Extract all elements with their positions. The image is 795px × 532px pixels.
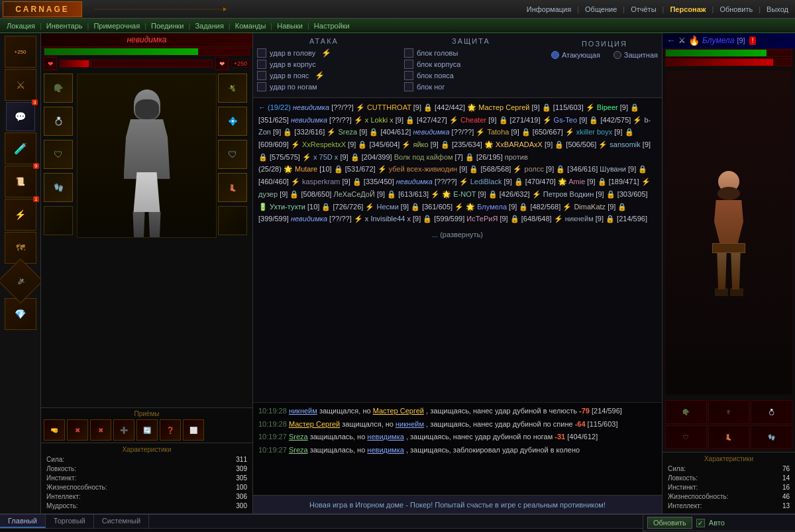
nav-duels[interactable]: Поединки — [147, 21, 188, 30]
sidebar-badge-1: +250 — [5, 36, 36, 68]
defense-head-checkbox[interactable] — [404, 48, 413, 58]
chat-tab-main[interactable]: Главный — [0, 515, 46, 528]
enemy-nav-back[interactable]: ← — [666, 35, 676, 46]
chat-messages: 10:01:47 Внимание! Хранитель Вселенной п… — [0, 529, 643, 532]
equip-slot-offhand[interactable]: 🛡 — [218, 140, 247, 169]
player-equipment-grid: 🪖 💍 🛡 🧤 — [41, 71, 252, 407]
enemy-area: ← ⚔ 🔥 Блумела [9] ! — [662, 33, 795, 513]
sidebar-icon-potion[interactable]: 🧪 — [5, 133, 36, 164]
equip-slot-neck[interactable]: 💍 — [44, 107, 73, 136]
stat-strength: Сила: 311 — [46, 455, 247, 464]
player-hp-bonus: +250 — [231, 60, 250, 68]
nav-logout[interactable]: Выход — [763, 4, 792, 15]
nav-inventory[interactable]: Инвентарь — [42, 21, 87, 30]
enemy-level: [9] — [737, 36, 745, 44]
promo-bar: Новая игра в Игорном доме - Покер! Попыт… — [253, 495, 662, 513]
nav-character[interactable]: Персонаж — [666, 4, 710, 15]
position-options: Атакующая Защитная — [551, 51, 658, 59]
nav-chat[interactable]: Общение — [581, 4, 621, 15]
defense-body-checkbox[interactable] — [404, 60, 413, 69]
nav-dressing[interactable]: Примерочная — [89, 21, 144, 30]
equip-slot-ring[interactable]: 💠 — [218, 107, 247, 136]
position-attack-option[interactable]: Атакующая — [551, 51, 600, 59]
technique-icon-6[interactable]: ❓ — [160, 419, 181, 441]
chat-tab-system[interactable]: Системный — [94, 515, 149, 528]
battle-log[interactable]: ← (19/22) невидимка [??/??] ⚡ CUTTHROAT … — [253, 98, 662, 402]
enemy-equip-2[interactable]: 🗡 — [708, 400, 750, 424]
equip-slot-boots[interactable]: 👢 — [218, 173, 247, 202]
technique-icon-7[interactable]: ⬜ — [183, 419, 204, 441]
app-logo: CARNAGE — [3, 1, 82, 17]
defense-head: блок головы — [404, 48, 538, 58]
defense-legs-checkbox[interactable] — [404, 82, 413, 91]
technique-icon-3[interactable]: ✖ — [90, 419, 111, 441]
sidebar-icon-level[interactable]: +250 — [5, 36, 36, 68]
equip-slot-weapon[interactable]: 🗡 — [218, 74, 247, 103]
nav-info[interactable]: Информация — [523, 4, 575, 15]
nav-settings[interactable]: Настройки — [310, 21, 354, 30]
equip-slot-body[interactable]: 🛡 — [44, 140, 73, 169]
sidebar-icon-msg[interactable]: 💬 — [6, 102, 35, 131]
chat-tab-trade[interactable]: Торговый — [46, 515, 94, 528]
combat-messages: 10:19:28 никнейм защищался, но Мастер Се… — [253, 402, 662, 495]
sidebar-icon-combat[interactable]: ⚔ — [5, 69, 36, 101]
battle-log-expand[interactable]: ... (развернуть) — [258, 229, 657, 241]
player-name: невидимка — [127, 35, 166, 44]
defense-waist-label: блок пояса — [417, 72, 454, 80]
attack-waist-checkbox[interactable] — [257, 71, 266, 80]
chat-main: Главный Торговый Системный 10:01:47 Вним… — [0, 515, 643, 532]
nav-skills[interactable]: Навыки — [273, 21, 307, 30]
nav-quests[interactable]: Задания — [191, 21, 227, 30]
enemy-equip-5[interactable]: 👢 — [708, 425, 750, 449]
nav-location[interactable]: Локация — [3, 21, 39, 30]
player-hp-bar — [60, 60, 213, 68]
position-defend-option[interactable]: Защитная — [613, 51, 658, 59]
techniques-title: Приёмы — [44, 410, 250, 417]
room-update-button[interactable]: Обновить — [647, 517, 692, 529]
chat-container: Главный Торговый Системный 10:01:47 Вним… — [0, 513, 795, 532]
enemy-equip-4[interactable]: 🛡 — [665, 425, 707, 449]
enemy-equip-3[interactable]: 💍 — [751, 400, 792, 424]
attack-body-checkbox[interactable] — [257, 60, 266, 69]
enemy-xp-bar — [665, 49, 792, 57]
technique-icon-1[interactable]: 🤜 — [44, 419, 65, 441]
equip-slot-empty-1[interactable] — [44, 206, 73, 235]
technique-icon-5[interactable]: 🔄 — [136, 419, 158, 441]
defense-title: ЗАЩИТА — [404, 37, 538, 45]
nav-teams[interactable]: Команды — [231, 21, 270, 30]
promo-text: Новая игра в Игорном доме - Покер! Попыт… — [309, 501, 606, 509]
equip-slot-empty-2[interactable] — [218, 206, 247, 235]
secondary-navigation: Локация | Инвентарь | Примерочная | Поед… — [0, 19, 795, 33]
top-bar: CARNAGE Информация | Общение | Отчёты | … — [0, 0, 795, 19]
room-auto-checkbox[interactable]: ✓ — [696, 519, 705, 527]
sidebar-icon-knife[interactable]: 🗡 — [0, 258, 41, 303]
nav-refresh[interactable]: Обновить — [716, 4, 757, 15]
player-name-bar: невидимка — [41, 33, 252, 47]
combat-msg-3: 10:19:27 Sreza защищалась, но невидимка … — [258, 445, 657, 456]
nav-reports[interactable]: Отчёты — [627, 4, 660, 15]
sidebar-badge-4: ⚡ 1 — [5, 199, 36, 231]
technique-icon-2[interactable]: ✖ — [67, 419, 88, 441]
techniques-area: Приёмы 🤜 ✖ ✖ ➕ 🔄 ❓ ⬜ — [41, 407, 252, 443]
attack-waist-icon: ⚡ — [315, 71, 325, 80]
enemy-stats-title: Характеристики — [668, 455, 790, 462]
stat-wisdom: Мудрость: 300 — [46, 502, 247, 511]
combat-options: АТАКА удар в голову ⚡ удар в корпус удар… — [253, 33, 662, 98]
defense-waist-checkbox[interactable] — [404, 71, 413, 80]
enemy-icon-special: 🔥 — [688, 35, 700, 46]
enemy-equip-1[interactable]: 🪖 — [665, 400, 707, 424]
sidebar-icon-quests[interactable]: 📜 — [5, 166, 36, 197]
player-extra-hp-icon: ❤ — [215, 57, 229, 70]
enemy-equip-6[interactable]: 🧤 — [751, 425, 792, 449]
equip-slot-head[interactable]: 🪖 — [44, 74, 73, 103]
technique-icon-4[interactable]: ➕ — [113, 419, 134, 441]
position-defend-radio[interactable] — [613, 51, 621, 59]
attack-legs-checkbox[interactable] — [257, 82, 266, 91]
sidebar-icon-events[interactable]: ⚡ — [5, 199, 36, 231]
battle-area: АТАКА удар в голову ⚡ удар в корпус удар… — [253, 33, 662, 513]
equip-slot-gloves[interactable]: 🧤 — [44, 173, 73, 202]
attack-head-checkbox[interactable] — [257, 48, 266, 58]
player-xp-bar — [44, 48, 250, 56]
defense-head-label: блок головы — [417, 49, 458, 57]
position-attack-radio[interactable] — [551, 51, 559, 59]
